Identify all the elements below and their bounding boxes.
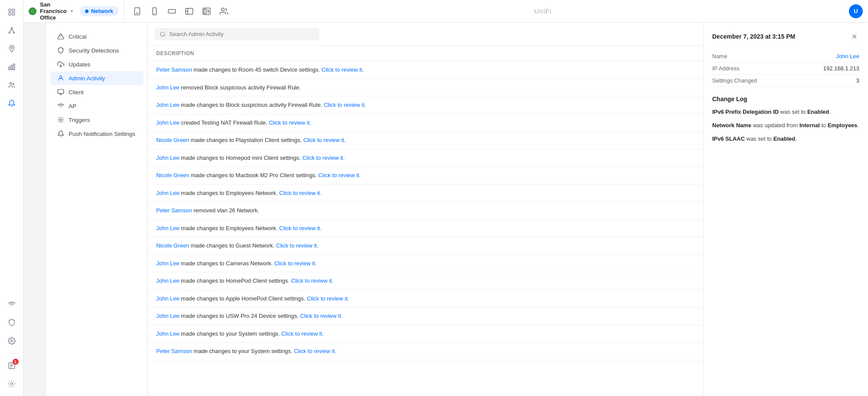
icon-bar-gear-bottom[interactable] — [4, 376, 20, 392]
activity-text: made changes to Macbook M2 Pro Client se… — [189, 172, 319, 178]
activity-action-link[interactable]: Click to review it. — [274, 260, 317, 267]
activity-action-link[interactable]: Click to review it. — [307, 295, 349, 302]
activity-user-link[interactable]: John Lee — [156, 102, 180, 108]
activity-action-link[interactable]: Click to review it. — [276, 242, 319, 249]
activity-text: made changes to Guest Network. — [189, 242, 276, 249]
activity-text: made changes to Block suspicious activit… — [180, 102, 324, 108]
download-icon — [57, 61, 64, 68]
content-area: Description Peter Samson made changes to… — [148, 23, 703, 396]
activity-action-link[interactable]: Click to review it. — [291, 277, 334, 284]
activity-user-link[interactable]: John Lee — [156, 295, 180, 302]
change-log-item: IPv6 SLAAC was set to Enabled. — [712, 135, 859, 144]
network-pill[interactable]: Network — [80, 6, 118, 16]
topnav-nvr-icon[interactable] — [199, 3, 214, 19]
office-name[interactable]: San Francisco Office — [40, 1, 67, 21]
search-input[interactable] — [169, 31, 314, 37]
activity-action-link[interactable]: Click to review it. — [303, 137, 346, 143]
icon-bar-topology[interactable] — [4, 23, 20, 38]
activity-user-link[interactable]: John Lee — [156, 119, 180, 126]
user-avatar[interactable]: U — [849, 4, 863, 18]
topnav-gateway-icon[interactable] — [181, 3, 197, 19]
sidebar-item-push-notifications[interactable]: Push Notification Settings — [50, 127, 144, 141]
activity-row: Peter Samson made changes to Room 45 swi… — [148, 61, 703, 79]
sidebar-item-security-detections[interactable]: Security Detections — [50, 43, 144, 57]
activity-row: John Lee made changes to Block suspiciou… — [148, 96, 703, 114]
detail-panel: December 7, 2023 at 3:15 PM ✕ Name John … — [703, 23, 868, 396]
icon-bar-system-log[interactable]: 1 — [4, 358, 20, 373]
bell-icon — [57, 130, 64, 137]
change-log-items: IPv6 Prefix Delegation ID was set to Ena… — [712, 108, 859, 143]
activity-row: Peter Samson made changes to your System… — [148, 343, 703, 360]
topnav-mobile-icon[interactable] — [147, 3, 162, 19]
sidebar-item-label-security: Security Detections — [69, 47, 119, 54]
activity-action-link[interactable]: Click to review it. — [294, 348, 336, 354]
icon-bar-alerts[interactable] — [4, 96, 20, 111]
top-bar: San Francisco Office ▾ Network UniFi U — [23, 0, 868, 23]
svg-point-14 — [13, 83, 14, 85]
activity-action-link[interactable]: Click to review it. — [319, 172, 361, 178]
icon-bar-wifi[interactable] — [4, 297, 20, 312]
office-chevron-icon[interactable]: ▾ — [71, 9, 73, 13]
activity-user-link[interactable]: John Lee — [156, 155, 180, 161]
icon-bar-location[interactable] — [4, 41, 20, 56]
sidebar-item-label-triggers: Triggers — [69, 117, 90, 123]
search-bar — [155, 28, 319, 40]
detail-name-value[interactable]: John Lee — [836, 53, 860, 59]
activity-user-link[interactable]: John Lee — [156, 260, 180, 267]
activity-user-link[interactable]: John Lee — [156, 330, 180, 337]
activity-action-link[interactable]: Click to review it. — [324, 102, 366, 108]
activity-text: removed vlan 26 Network. — [192, 207, 259, 214]
activity-user-link[interactable]: Peter Samson — [156, 348, 192, 354]
activity-action-link[interactable]: Click to review it. — [269, 119, 311, 126]
svg-line-55 — [59, 121, 59, 122]
icon-bar-shield[interactable] — [4, 315, 20, 330]
activity-user-link[interactable]: Peter Samson — [156, 207, 192, 214]
activity-action-link[interactable]: Click to review it. — [302, 155, 345, 161]
topnav-device-icon[interactable] — [129, 3, 145, 19]
activity-action-link[interactable]: Click to review it. — [322, 66, 364, 73]
icon-bar-clients[interactable] — [4, 77, 20, 93]
activity-action-link[interactable]: Click to review it. — [300, 313, 343, 319]
close-button[interactable]: ✕ — [849, 31, 859, 42]
activity-user-link[interactable]: John Lee — [156, 277, 180, 284]
change-log-item: Network Name was updated from Internal t… — [712, 121, 859, 130]
sidebar-item-label-critical: Critical — [69, 33, 86, 40]
sidebar-item-label-push-notifications: Push Notification Settings — [69, 131, 135, 137]
detail-settings-label: Settings Changed — [712, 77, 757, 84]
svg-rect-44 — [58, 89, 63, 93]
activity-action-link[interactable]: Click to review it. — [279, 190, 322, 196]
icon-bar-dashboard[interactable] — [4, 4, 20, 20]
topnav-users-icon[interactable] — [216, 3, 232, 19]
activity-user-link[interactable]: John Lee — [156, 84, 180, 91]
activity-action-link[interactable]: Click to review it. — [279, 225, 322, 231]
sidebar-item-client[interactable]: Client — [50, 85, 144, 99]
icon-bar: 1 — [0, 0, 23, 396]
svg-point-13 — [10, 82, 12, 85]
activity-user-link[interactable]: Nicole Green — [156, 172, 189, 178]
sidebar-item-critical[interactable]: Critical — [50, 30, 144, 43]
activity-row: John Lee made changes to your System set… — [148, 325, 703, 343]
activity-user-link[interactable]: John Lee — [156, 225, 180, 231]
detail-header: December 7, 2023 at 3:15 PM ✕ — [712, 31, 859, 42]
activity-user-link[interactable]: Nicole Green — [156, 137, 189, 143]
sidebar-item-updates[interactable]: Updates — [50, 57, 144, 71]
monitor-icon — [57, 89, 64, 96]
activity-text: made changes to Playstation Client setti… — [189, 137, 303, 143]
activity-user-link[interactable]: Nicole Green — [156, 242, 189, 249]
sidebar-item-ap[interactable]: AP — [50, 99, 144, 113]
sidebar-item-admin-activity[interactable]: Admin Activity — [50, 71, 144, 85]
activity-text: made changes to Homepod mini Client sett… — [180, 155, 302, 161]
activity-user-link[interactable]: Peter Samson — [156, 66, 192, 73]
top-bar-icons: U — [849, 4, 868, 18]
activity-user-link[interactable]: John Lee — [156, 190, 180, 196]
activity-row: John Lee created Testing NAT Firewall Ru… — [148, 114, 703, 132]
icon-bar-settings[interactable] — [4, 333, 20, 349]
svg-rect-12 — [13, 64, 14, 70]
icon-bar-stats[interactable] — [4, 59, 20, 75]
activity-action-link[interactable]: Click to review it. — [281, 330, 324, 337]
sidebar-item-triggers[interactable]: Triggers — [50, 113, 144, 127]
activity-row: John Lee made changes to Employees Netwo… — [148, 185, 703, 202]
system-log-badge: 1 — [13, 359, 19, 365]
activity-user-link[interactable]: John Lee — [156, 313, 180, 319]
topnav-switch-icon[interactable] — [164, 3, 180, 19]
